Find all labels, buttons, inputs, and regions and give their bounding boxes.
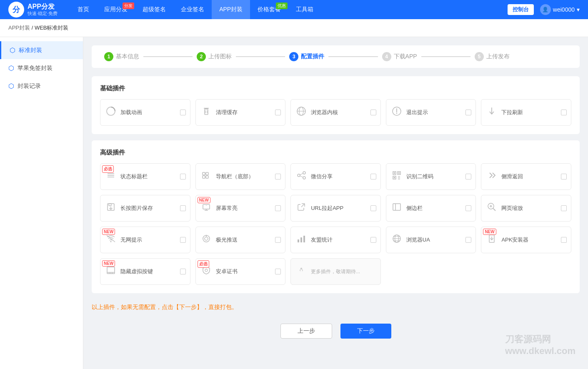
url-launch-checkbox[interactable] xyxy=(370,205,376,211)
steps-bar: 1 基本信息 2 上传图标 3 配置插件 xyxy=(92,45,580,68)
basic-plugins-section: 基础插件 加载动画 xyxy=(92,76,580,134)
nav-home[interactable]: 首页 xyxy=(70,0,97,19)
svg-line-41 xyxy=(301,204,305,207)
nav-pricing[interactable]: 价格套餐 优惠 xyxy=(250,0,288,19)
status-bar-checkbox[interactable] xyxy=(180,174,186,180)
pull-refresh-checkbox[interactable] xyxy=(561,110,567,115)
advanced-plugins-section: 高级插件 必选 状态标题栏 xyxy=(92,140,580,293)
sidebar-label-records: 封装记录 xyxy=(18,82,41,90)
jpush-checkbox[interactable] xyxy=(275,237,281,243)
sidebar-label-apple: 苹果免签封装 xyxy=(18,65,53,72)
plugin-web-zoom[interactable]: 网页缩放 xyxy=(481,195,571,222)
long-press-save-checkbox[interactable] xyxy=(180,205,186,211)
plugin-clear-cache[interactable]: 清理缓存 xyxy=(195,99,286,126)
step-label-3: 配置插件 xyxy=(301,53,324,60)
umeng-name: 友盟统计 xyxy=(311,236,333,244)
plugin-nav-bar[interactable]: 导航栏（底部） xyxy=(195,163,286,190)
logo-icon: 分 xyxy=(8,2,24,17)
sidebar-item-standard[interactable]: ⬡ 标准封装 xyxy=(0,41,83,59)
svg-rect-15 xyxy=(206,172,208,175)
apk-installer-name: APK安装器 xyxy=(501,236,528,244)
step-num-5: 5 xyxy=(475,52,484,61)
step-label-4: 下载APP xyxy=(394,53,417,60)
qrcode-checkbox[interactable] xyxy=(465,174,471,180)
step-num-3: 3 xyxy=(289,52,298,61)
step-label-5: 上传发布 xyxy=(486,53,510,60)
plugin-wechat-share[interactable]: 微信分享 xyxy=(290,163,381,190)
exit-prompt-checkbox[interactable] xyxy=(465,110,471,115)
qrcode-icon xyxy=(390,170,403,184)
user-info[interactable]: 👤 wei0000 ▾ xyxy=(540,4,580,15)
android-cert-checkbox[interactable] xyxy=(275,269,281,274)
svg-rect-17 xyxy=(206,176,208,178)
svg-rect-35 xyxy=(203,204,210,209)
clear-cache-checkbox[interactable] xyxy=(275,110,281,115)
plugin-apk-installer[interactable]: NEW APK安装器 xyxy=(481,227,571,253)
basic-plugins-title: 基础插件 xyxy=(100,85,571,92)
plugin-browser-core[interactable]: 浏览器内核 xyxy=(290,99,381,126)
standard-icon: ⬡ xyxy=(10,46,15,54)
web-zoom-checkbox[interactable] xyxy=(561,205,567,211)
plugin-pull-refresh[interactable]: 下拉刷新 xyxy=(481,99,571,126)
step-num-1: 1 xyxy=(104,52,113,61)
footer-buttons: 上一步 下一步 xyxy=(92,315,580,347)
svg-rect-54 xyxy=(300,237,302,242)
nav-app-package[interactable]: APP封装 xyxy=(212,0,250,19)
hide-nav-checkbox[interactable] xyxy=(180,269,186,274)
android-cert-name: 安卓证书 xyxy=(216,268,238,275)
plugin-browser-ua[interactable]: 浏览器UA xyxy=(386,227,476,253)
plugin-qrcode[interactable]: 识别二维码 xyxy=(386,163,476,190)
wechat-share-checkbox[interactable] xyxy=(370,174,376,180)
nav-tools[interactable]: 工具箱 xyxy=(288,0,321,19)
next-step-button[interactable]: 下一步 xyxy=(340,324,391,339)
browser-core-icon xyxy=(295,105,308,120)
svg-point-67 xyxy=(112,273,113,274)
plugin-umeng[interactable]: 友盟统计 xyxy=(290,227,381,253)
clear-cache-icon xyxy=(200,105,213,120)
browser-core-checkbox[interactable] xyxy=(370,110,376,115)
breadcrumb-parent[interactable]: APP封装 xyxy=(8,25,30,31)
nav-super-sign[interactable]: 超级签名 xyxy=(135,0,173,19)
plugin-screen-on[interactable]: NEW 屏幕常亮 xyxy=(195,195,286,222)
step-num-4: 4 xyxy=(382,52,391,61)
sidebar-item-records[interactable]: ⬡ 封装记录 xyxy=(0,77,83,95)
plugin-jpush[interactable]: 极光推送 xyxy=(195,227,286,253)
screen-on-name: 屏幕常亮 xyxy=(216,204,238,212)
distribution-badge: 分发 xyxy=(123,2,134,9)
screen-on-checkbox[interactable] xyxy=(275,205,281,211)
plugin-sidebar[interactable]: 侧边栏 xyxy=(386,195,476,222)
slide-back-checkbox[interactable] xyxy=(561,174,567,180)
plugin-hide-nav[interactable]: NEW 隐藏虚拟按键 xyxy=(100,258,190,285)
nav-bar-checkbox[interactable] xyxy=(275,174,281,180)
plugin-status-bar[interactable]: 必选 状态标题栏 xyxy=(100,163,190,190)
sidebar-item-apple[interactable]: ⬡ 苹果免签封装 xyxy=(0,59,83,77)
plugin-slide-back[interactable]: 侧滑返回 xyxy=(481,163,571,190)
sidebar-plugin-checkbox[interactable] xyxy=(465,205,471,211)
jpush-name: 极光推送 xyxy=(216,236,238,244)
plugin-android-cert[interactable]: 必选 安卓证书 xyxy=(195,258,286,285)
plugin-url-launch[interactable]: URL拉起APP xyxy=(290,195,381,222)
nav-distribution[interactable]: 应用分发 分发 xyxy=(97,0,135,19)
url-launch-name: URL拉起APP xyxy=(311,204,343,212)
more-plugins-icon xyxy=(295,264,308,279)
svg-point-19 xyxy=(303,172,305,174)
plugin-more: 更多插件，敬请期待... xyxy=(290,258,381,285)
plugin-no-network[interactable]: NEW 无网提示 xyxy=(100,227,190,253)
prev-step-button[interactable]: 上一步 xyxy=(280,324,332,339)
no-network-icon xyxy=(105,233,117,247)
plugin-loading-anim[interactable]: 加载动画 xyxy=(100,99,190,126)
step-num-2: 2 xyxy=(197,52,206,61)
apk-installer-checkbox[interactable] xyxy=(561,237,567,243)
svg-line-21 xyxy=(300,174,303,175)
no-network-checkbox[interactable] xyxy=(180,237,186,243)
nav-enterprise-sign[interactable]: 企业签名 xyxy=(173,0,212,19)
step-label-2: 上传图标 xyxy=(208,53,232,60)
loading-anim-checkbox[interactable] xyxy=(180,110,186,115)
control-panel-button[interactable]: 控制台 xyxy=(508,4,534,15)
pull-refresh-icon xyxy=(485,105,498,120)
plugin-exit-prompt[interactable]: 退出提示 xyxy=(386,99,476,126)
plugin-long-press-save[interactable]: 长按图片保存 xyxy=(100,195,190,222)
browser-ua-checkbox[interactable] xyxy=(465,237,471,243)
sidebar-label-standard: 标准封装 xyxy=(19,47,42,54)
umeng-checkbox[interactable] xyxy=(370,237,376,243)
